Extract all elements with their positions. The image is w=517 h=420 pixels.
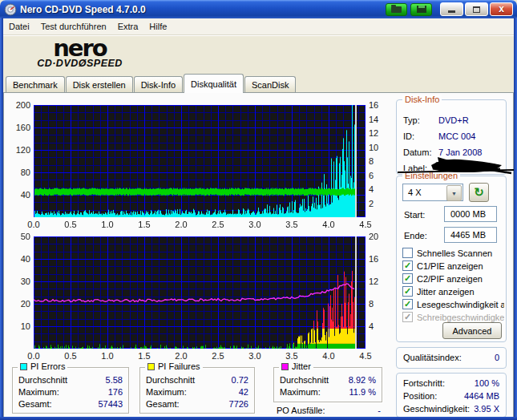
checkbox-label: Jitter anzeigen [417,287,475,297]
x-axis-tick: 1.5 [134,351,155,361]
speed-selector-value: 4 X [408,188,422,197]
disk-info-row: ID:MCC 004 [403,130,501,142]
checkbox-lesegeschwindigkeit-a[interactable]: ✓Lesegeschwindigkeit a [402,298,504,310]
refresh-button[interactable]: ↻ [469,183,489,202]
progress-row-label: Geschwindigkeit: [403,404,470,414]
x-axis-tick: 3.0 [244,220,265,229]
x-axis-tick: 2.0 [171,351,192,361]
tab-diskqualit-t[interactable]: Diskqualität [184,74,244,93]
x-axis-tick: 1.5 [134,220,155,229]
stat-row-label: Maximum: [280,387,321,397]
x-axis-tick: 2.0 [171,220,192,229]
app-icon [4,3,17,16]
nero-logo: nero CD·DVDØSPEED [26,38,134,69]
window-title: Nero CD-DVD Speed 4.7.0.0 [20,4,386,15]
y-axis-tick-right: 14 [369,115,378,124]
stat-row: Durchschnitt0.72 [146,375,248,385]
tab-disk-info[interactable]: Disk-Info [134,76,183,92]
stats-box-pi-failures: PI FailuresDurchschnitt0.72Maximum:42Ges… [139,367,255,414]
x-axis-tick: 0.5 [60,351,81,361]
y-axis-tick-left: 40 [6,190,30,200]
stats-box-title-text: Jitter [292,361,311,371]
y-axis-tick-left: 40 [6,254,30,264]
nero-logo-text: nero [26,38,134,58]
green-folder-button[interactable] [386,3,407,16]
y-axis-tick-left: 80 [6,168,30,177]
checkbox-label: Schreibgeschwindigkei [417,313,504,322]
y-axis-tick-right: 12 [369,128,378,138]
stats-box-pi-errors: PI ErrorsDurchschnitt5.58Maximum:176Gesa… [12,367,129,414]
checkbox-icon [402,248,413,258]
x-axis-tick: 4.5 [355,351,376,361]
checkbox-jitter-anzeigen[interactable]: ✓Jitter anzeigen [402,285,504,297]
x-axis-tick: 1.0 [97,351,118,361]
y-axis-tick-left: 200 [6,100,30,110]
green-floppy-button[interactable] [410,3,432,16]
close-button[interactable]: x [490,2,513,16]
end-field-label: Ende: [404,231,427,240]
close-icon: x [499,3,504,15]
po-failures-row: PO Ausfälle: - [277,406,381,415]
chevron-down-icon[interactable]: ▼ [446,185,462,201]
settings-title: Einstellungen [402,171,460,180]
stat-row-value: 0.72 [232,375,248,385]
speed-selector[interactable]: 4 X ▼ [402,184,463,201]
legend-color-icon [147,363,155,370]
tabbar: BenchmarkDisk erstellenDisk-InfoDiskqual… [0,74,517,92]
maximize-button[interactable] [465,2,488,16]
menu-hilfe[interactable]: Hilfe [143,20,172,33]
x-axis-tick: 4.0 [318,220,339,229]
stat-row-value: 8.92 % [349,375,376,385]
advanced-button[interactable]: Advanced [442,322,502,339]
x-axis-tick: 4.0 [318,351,339,361]
window-border-bottom [0,417,517,420]
y-axis-tick-right: 8 [369,299,374,309]
tab-disk-erstellen[interactable]: Disk erstellen [66,76,133,92]
checkbox-icon: ✓ [402,273,413,284]
checkbox-icon: ✓ [402,312,413,322]
progress-row-label: Position: [403,391,437,401]
checkbox-c2-pif-anzeigen[interactable]: ✓C2/PIF anzeigen [402,273,504,285]
quality-index-label: Qualitätsindex: [403,353,462,362]
x-axis-tick: 3.5 [281,351,302,361]
tab-benchmark[interactable]: Benchmark [6,76,65,92]
y-axis-tick-right: 16 [369,254,378,264]
checkbox-icon: ✓ [402,299,413,309]
toolbar: nero CD·DVDØSPEED [0:1] LITE-ON DVDRW LH… [0,35,517,74]
checkbox-schnelles-scannen[interactable]: Schnelles Scannen [402,247,504,259]
y-axis-tick-right: 10 [369,143,378,152]
progress-row-label: Fortschritt: [403,378,445,388]
menu-datei[interactable]: Datei [3,20,35,33]
minimize-button[interactable] [440,2,463,16]
stat-row-value: 5.58 [106,375,123,385]
cdspeed-logo-text: CD·DVDØSPEED [26,58,134,69]
tab-scandisk[interactable]: ScanDisk [244,76,296,92]
stats-box-jitter: JitterDurchschnitt8.92 %Maximum:11.9 % [273,367,382,402]
menu-test-durchf-hren[interactable]: Test durchführen [35,20,112,33]
y-axis-tick-right: 8 [369,156,374,166]
checkbox-label: Lesegeschwindigkeit a [417,300,504,309]
stats-box-title-text: PI Errors [30,361,65,371]
x-axis-tick: 4.5 [355,220,376,229]
end-field[interactable] [444,227,497,243]
y-axis-tick-left: 10 [6,321,30,331]
stat-row-value: 176 [108,387,123,397]
y-axis-tick-right: 4 [369,321,374,331]
start-field[interactable] [444,206,497,222]
checkbox-c1-pie-anzeigen[interactable]: ✓C1/PIE anzeigen [402,260,504,272]
disk-info-row: Datum:7 Jan 2008 [403,146,501,158]
folder-icon [391,6,402,13]
stat-row-value: 42 [239,387,248,397]
stats-box-title-text: PI Failures [158,361,200,371]
floppy-icon [417,6,426,13]
disk-info-row-value: DVD+R [438,115,469,125]
progress-box: Fortschritt:100 %Position:4464 MBGeschwi… [396,373,507,418]
quality-index-value: 0 [495,353,499,362]
stat-row: Gesamt:57443 [18,399,123,409]
disk-info-row-label: ID: [403,131,438,141]
x-axis-tick: 2.5 [208,220,228,229]
stats-box-title: PI Failures [145,361,203,371]
progress-row-value: 3.95 X [474,404,499,414]
checkbox-label: Schnelles Scannen [417,248,492,258]
menu-extra[interactable]: Extra [112,20,144,33]
